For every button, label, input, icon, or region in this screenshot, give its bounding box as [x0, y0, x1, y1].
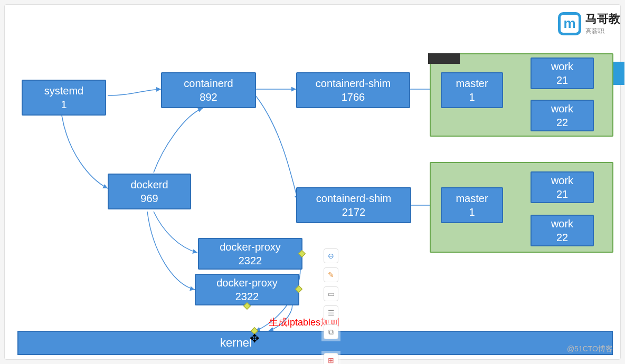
align-icon[interactable]: ⧉	[324, 324, 338, 339]
node-pid: 21	[556, 73, 568, 87]
node-master1[interactable]: master 1	[441, 72, 503, 108]
node-label: containerd	[184, 76, 233, 90]
kernel-label: kernel	[220, 336, 252, 350]
node-label: systemd	[44, 84, 83, 98]
node-kernel[interactable]: kernel	[17, 331, 613, 355]
node-pid: 22	[556, 116, 568, 129]
node-containerd[interactable]: containerd 892	[161, 72, 256, 108]
node-pid: 892	[200, 90, 217, 104]
node-pid: 1766	[342, 90, 365, 104]
node-shim2[interactable]: containerd-shim 2172	[296, 187, 411, 223]
node-work1a[interactable]: work 21	[531, 58, 594, 89]
node-pid: 2172	[342, 205, 366, 219]
node-label: containerd-shim	[316, 191, 391, 205]
diagram-canvas[interactable]: m 马哥教 高薪职 systemd 1 containerd 892 conta…	[4, 4, 621, 360]
node-label: master	[456, 76, 488, 90]
shape-toolbar-bottom: ⊞	[321, 351, 340, 364]
node-dockerd[interactable]: dockerd 969	[108, 174, 191, 209]
logo-subtitle: 高薪职	[585, 27, 620, 36]
node-label: docker-proxy	[216, 276, 278, 290]
shape-toolbar: ⊖ ✎ ▭ ☰ ⧉	[321, 246, 340, 341]
layers-icon[interactable]: ☰	[324, 305, 338, 320]
node-work1b[interactable]: work 22	[531, 100, 594, 131]
node-pid: 22	[556, 231, 568, 244]
node-label: work	[551, 102, 573, 116]
watermark: @51CTO博客	[567, 344, 613, 354]
node-pid: 21	[556, 187, 568, 201]
node-work2a[interactable]: work 21	[531, 171, 594, 203]
remove-icon[interactable]: ⊖	[324, 248, 338, 263]
node-label: work	[551, 60, 573, 73]
node-proxy1[interactable]: docker-proxy 2322	[198, 238, 302, 270]
node-label: master	[456, 191, 488, 205]
apps-icon[interactable]: ⊞	[324, 353, 338, 364]
node-label: work	[551, 174, 573, 187]
node-proxy2[interactable]: docker-proxy 2322	[195, 274, 299, 305]
node-work2b[interactable]: work 22	[531, 215, 594, 246]
node-master2[interactable]: master 1	[441, 187, 503, 223]
rect-icon[interactable]: ▭	[324, 286, 338, 301]
node-pid: 1	[469, 205, 475, 219]
node-label: dockerd	[130, 178, 168, 191]
node-label: docker-proxy	[220, 240, 281, 254]
node-label: containerd-shim	[316, 76, 391, 90]
logo-title: 马哥教	[585, 11, 620, 27]
node-shim1[interactable]: containerd-shim 1766	[296, 72, 410, 108]
node-pid: 2322	[235, 290, 259, 303]
logo-icon: m	[558, 12, 581, 35]
node-pid: 2322	[239, 254, 262, 267]
node-label: work	[551, 217, 573, 231]
edit-icon[interactable]: ✎	[324, 267, 338, 282]
node-pid: 969	[140, 191, 158, 205]
node-pid: 1	[61, 98, 67, 111]
brand-logo: m 马哥教 高薪职	[558, 11, 620, 36]
node-systemd[interactable]: systemd 1	[22, 80, 106, 116]
container-tab	[428, 53, 460, 64]
node-pid: 1	[469, 90, 475, 104]
